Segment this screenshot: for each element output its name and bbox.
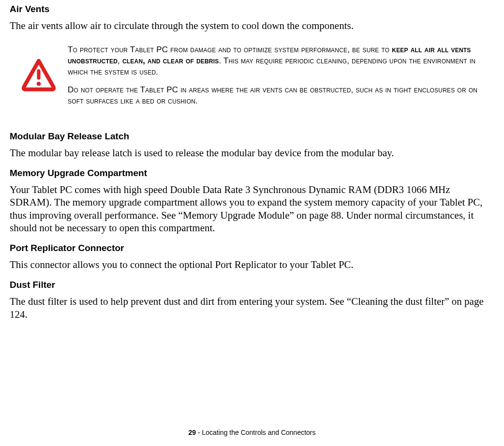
footer-separator: - [196, 429, 202, 436]
modular-bay-body: The modular bay release latch is used to… [10, 147, 494, 159]
warning-para-1: To protect your Tablet PC from damage an… [68, 45, 494, 78]
dust-filter-body: The dust filter is used to help prevent … [10, 295, 494, 321]
warning-text-1d: clean, and clear of debris [122, 56, 219, 65]
port-replicator-body: This connector allows you to connect the… [10, 258, 494, 271]
warning-text: To protect your Tablet PC from damage an… [68, 45, 494, 114]
svg-rect-0 [37, 69, 40, 80]
warning-para-2: Do not operate the Tablet PC in areas wh… [68, 85, 494, 107]
dust-filter-heading: Dust Filter [10, 280, 494, 290]
warning-text-1c: , [118, 56, 122, 65]
warning-text-1a: To protect your Tablet PC from damage an… [68, 45, 392, 54]
warning-icon [10, 45, 68, 93]
air-vents-body: The air vents allow air to circulate thr… [10, 19, 494, 32]
memory-heading: Memory Upgrade Compartment [10, 168, 494, 178]
air-vents-heading: Air Vents [10, 4, 494, 15]
modular-bay-heading: Modular Bay Release Latch [10, 131, 494, 142]
memory-body: Your Tablet PC comes with high speed Dou… [10, 183, 494, 234]
svg-point-1 [37, 82, 41, 86]
warning-block: To protect your Tablet PC from damage an… [10, 45, 494, 114]
footer-title: Locating the Controls and Connectors [202, 429, 315, 436]
port-replicator-heading: Port Replicator Connector [10, 243, 494, 253]
page-number: 29 [188, 429, 196, 436]
page-footer: 29 - Locating the Controls and Connector… [0, 429, 504, 436]
